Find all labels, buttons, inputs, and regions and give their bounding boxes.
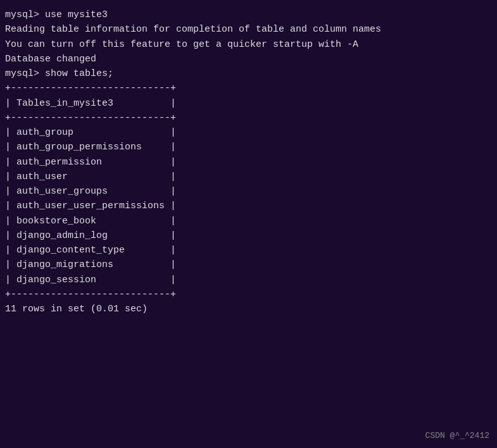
terminal-window: mysql> use mysite3Reading table informat… <box>0 0 497 448</box>
terminal-line: mysql> use mysite3 <box>5 8 492 22</box>
terminal-line: | auth_user | <box>5 170 492 184</box>
terminal-line: Reading table information for completion… <box>5 22 492 37</box>
terminal-line: | auth_group_permissions | <box>5 140 492 154</box>
terminal-line: +----------------------------+ <box>5 287 492 302</box>
terminal-line: | bookstore_book | <box>5 214 492 228</box>
terminal-line: mysql> show tables; <box>5 66 492 81</box>
terminal-line: | django_admin_log | <box>5 228 492 243</box>
terminal-line: 11 rows in set (0.01 sec) <box>5 302 492 316</box>
terminal-line: | django_migrations | <box>5 258 492 272</box>
terminal-line: | Tables_in_mysite3 | <box>5 96 492 111</box>
watermark: CSDN @^_^2412 <box>425 431 489 440</box>
terminal-line: Database changed <box>5 52 492 66</box>
terminal-line: | django_content_type | <box>5 243 492 258</box>
terminal-line: | auth_user_groups | <box>5 184 492 199</box>
terminal-line: +----------------------------+ <box>5 111 492 125</box>
terminal-line: | auth_user_user_permissions | <box>5 199 492 213</box>
terminal-line: | auth_permission | <box>5 155 492 170</box>
terminal-line: +----------------------------+ <box>5 81 492 96</box>
terminal-line: You can turn off this feature to get a q… <box>5 37 492 52</box>
terminal-line: | auth_group | <box>5 125 492 140</box>
terminal-line: | django_session | <box>5 273 492 287</box>
